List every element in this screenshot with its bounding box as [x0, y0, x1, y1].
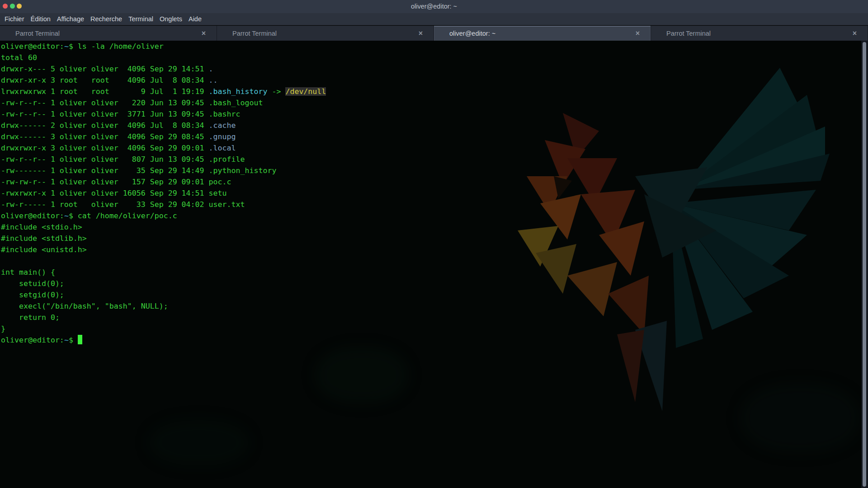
terminal-line: lrwxrwxrwx 1 root root 9 Jul 1 19:19 .ba… — [1, 86, 860, 97]
terminal-text: -rw-rw-r-- 1 oliver oliver 157 Sep 29 09… — [1, 178, 231, 186]
terminal-text: .local — [209, 144, 236, 152]
terminal-text: setuid(0); — [1, 279, 64, 288]
terminal-line: execl("/bin/bash", "bash", NULL); — [1, 300, 860, 312]
terminal-text: total 60 — [1, 53, 37, 62]
terminal-text: drwxr-x--- 5 oliver oliver 4096 Sep 29 1… — [1, 65, 209, 73]
terminal-line: #include <stdlib.h> — [1, 233, 860, 244]
terminal-line: -rw-r--r-- 1 oliver oliver 807 Jun 13 09… — [1, 154, 860, 165]
terminal-line: return 0; — [1, 312, 860, 323]
terminal-text: -rw-r----- 1 root oliver 33 Sep 29 04:02… — [1, 200, 245, 209]
tab-3[interactable]: oliver@editor: ~× — [434, 26, 651, 41]
terminal-text: lrwxrwxrwx 1 root root 9 Jul 1 19:19 — [1, 87, 209, 96]
tab-4[interactable]: Parrot Terminal× — [651, 26, 868, 41]
tab-1[interactable]: Parrot Terminal× — [0, 26, 217, 41]
terminal-line: drwxrwxr-x 3 oliver oliver 4096 Sep 29 0… — [1, 142, 860, 154]
tab-label: oliver@editor: ~ — [449, 30, 632, 37]
terminal-line: drwxr-xr-x 3 root root 4096 Jul 8 08:34 … — [1, 75, 860, 86]
terminal-text: drwx------ 3 oliver oliver 4096 Sep 29 0… — [1, 132, 209, 141]
terminal-line: drwx------ 3 oliver oliver 4096 Sep 29 0… — [1, 131, 860, 142]
terminal-text: .cache — [209, 121, 236, 130]
terminal-line: oliver@editor:~$ cat /home/oliver/poc.c — [1, 210, 860, 221]
terminal-text: #include <stdio.h> — [1, 223, 82, 231]
terminal-line: -rw-r--r-- 1 oliver oliver 3771 Jun 13 0… — [1, 108, 860, 120]
terminal-text: -rwxrwxr-x 1 oliver oliver 16056 Sep 29 … — [1, 189, 227, 197]
terminal-text: -rw-r--r-- 1 oliver oliver 220 Jun 13 09… — [1, 99, 263, 107]
terminal-text: .bash_history — [209, 87, 268, 96]
terminal-line: -rw-r----- 1 root oliver 33 Sep 29 04:02… — [1, 199, 860, 210]
window-titlebar: oliver@editor: ~ — [0, 0, 868, 13]
terminal-text: oliver@editor: — [1, 42, 64, 51]
terminal-line: #include <unistd.h> — [1, 244, 860, 255]
terminal-text: .. — [209, 76, 218, 84]
tab-close-icon[interactable]: × — [853, 30, 857, 37]
terminal-line: int main() { — [1, 267, 860, 278]
terminal-text: setgid(0); — [1, 291, 64, 299]
terminal-text: #include <unistd.h> — [1, 245, 87, 254]
menu-item-affichage[interactable]: Affichage — [54, 13, 87, 25]
terminal-text: -> — [267, 87, 285, 96]
terminal-text: } — [1, 324, 5, 333]
menu-item-fichier[interactable]: Fichier — [1, 13, 28, 25]
terminal-text: $ — [69, 336, 78, 344]
terminal-cursor — [78, 335, 82, 344]
terminal-line: } — [1, 323, 860, 334]
terminal-text: ~ — [64, 42, 69, 51]
tab-label: Parrot Terminal — [15, 30, 198, 37]
menu-item-recherche[interactable]: Recherche — [87, 13, 125, 25]
terminal-line: -rw------- 1 oliver oliver 35 Sep 29 14:… — [1, 165, 860, 176]
tab-bar: Parrot Terminal×Parrot Terminal×oliver@e… — [0, 26, 868, 41]
terminal-line: -rwxrwxr-x 1 oliver oliver 16056 Sep 29 … — [1, 188, 860, 199]
background-texture — [149, 420, 249, 465]
terminal-text: $ cat /home/oliver/poc.c — [69, 211, 177, 220]
terminal-line: oliver@editor:~$ ls -la /home/oliver — [1, 41, 860, 52]
terminal-line: #include <stdio.h> — [1, 221, 860, 233]
tab-close-icon[interactable]: × — [636, 30, 640, 37]
terminal-text: -rw-r--r-- 1 oliver oliver 3771 Jun 13 0… — [1, 110, 241, 118]
terminal-line: setgid(0); — [1, 289, 860, 300]
terminal-text: drwxrwxr-x 3 oliver oliver 4096 Sep 29 0… — [1, 144, 209, 152]
scrollbar-thumb[interactable] — [863, 42, 866, 487]
menu-item-terminal[interactable]: Terminal — [125, 13, 156, 25]
terminal-text: drwx------ 2 oliver oliver 4096 Jul 8 08… — [1, 121, 209, 130]
terminal-text: #include <stdlib.h> — [1, 234, 87, 243]
terminal-output: oliver@editor:~$ ls -la /home/olivertota… — [1, 41, 860, 346]
tab-label: Parrot Terminal — [666, 30, 849, 37]
terminal-text: execl("/bin/bash", "bash", NULL); — [1, 302, 168, 310]
terminal-text: oliver@editor: — [1, 336, 64, 344]
terminal-line: drwx------ 2 oliver oliver 4096 Jul 8 08… — [1, 120, 860, 131]
menu-item-edition[interactable]: Édition — [28, 13, 54, 25]
terminal-line — [1, 255, 860, 267]
tab-close-icon[interactable]: × — [202, 30, 206, 37]
tab-close-icon[interactable]: × — [419, 30, 423, 37]
terminal-text: ~ — [64, 336, 69, 344]
scrollbar[interactable] — [861, 41, 868, 488]
terminal-text: return 0; — [1, 313, 60, 322]
terminal-text: ~ — [64, 211, 69, 220]
menu-item-aide[interactable]: Aide — [185, 13, 205, 25]
terminal-text: .gnupg — [209, 132, 236, 141]
highlighted-text: /dev/null — [285, 87, 326, 96]
terminal-line: -rw-rw-r-- 1 oliver oliver 157 Sep 29 09… — [1, 176, 860, 188]
terminal-text: -rw------- 1 oliver oliver 35 Sep 29 14:… — [1, 166, 276, 175]
window-title: oliver@editor: ~ — [0, 0, 868, 13]
terminal-line: drwxr-x--- 5 oliver oliver 4096 Sep 29 1… — [1, 63, 860, 75]
tab-label: Parrot Terminal — [232, 30, 415, 37]
terminal-text: . — [209, 65, 213, 73]
terminal-text: drwxr-xr-x 3 root root 4096 Jul 8 08:34 — [1, 76, 209, 84]
terminal-text: int main() { — [1, 268, 55, 277]
terminal-text: -rw-r--r-- 1 oliver oliver 807 Jun 13 09… — [1, 155, 245, 164]
terminal-line: -rw-r--r-- 1 oliver oliver 220 Jun 13 09… — [1, 97, 860, 108]
background-texture — [316, 348, 407, 402]
menu-bar: FichierÉditionAffichageRechercheTerminal… — [0, 13, 868, 25]
tab-2[interactable]: Parrot Terminal× — [217, 26, 434, 41]
background-texture — [741, 384, 859, 452]
terminal-text: oliver@editor: — [1, 211, 64, 220]
menu-item-onglets[interactable]: Onglets — [156, 13, 185, 25]
terminal-line: total 60 — [1, 52, 860, 63]
terminal-text: $ ls -la /home/oliver — [69, 42, 164, 51]
terminal-viewport[interactable]: oliver@editor:~$ ls -la /home/olivertota… — [0, 41, 868, 488]
terminal-line: oliver@editor:~$ — [1, 334, 860, 346]
terminal-line: setuid(0); — [1, 278, 860, 289]
